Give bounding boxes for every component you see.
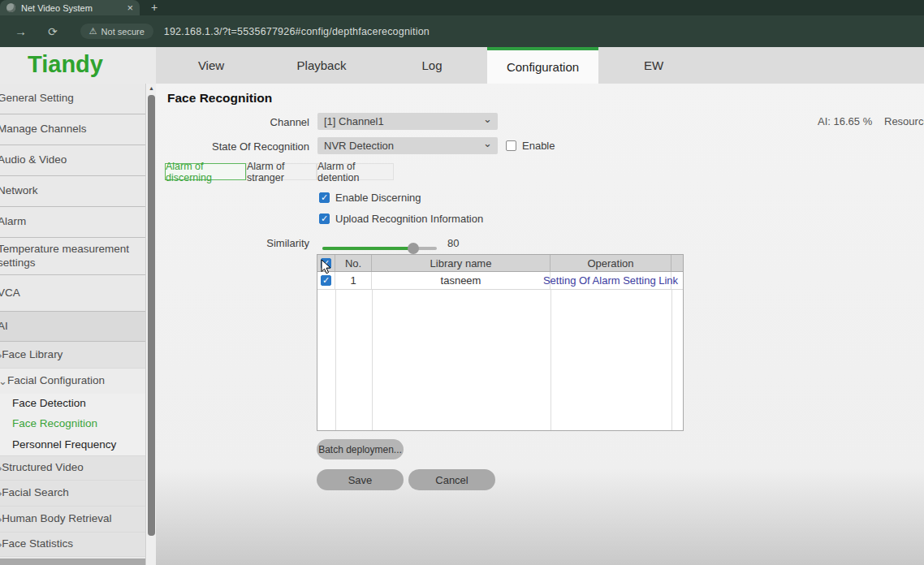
browser-tab-title: Net Video System [21, 3, 122, 13]
chevron-down-icon: ⌄ [0, 375, 7, 387]
sidebar-item-face-detection[interactable]: Face Detection [0, 394, 145, 414]
ai-usage-indicator: AI: 16.65 % [818, 115, 872, 127]
col-header-library-name[interactable]: Library name [372, 255, 551, 271]
browser-toolbar: → ⟳ ⚠ Not secure 192.168.1.3/?t=55356779… [0, 15, 924, 47]
tiandy-logo: Tiandy [28, 51, 103, 78]
channel-select[interactable]: [1] Channel1 ⌄ [317, 113, 498, 130]
slider-fill [322, 247, 413, 250]
col-header-no[interactable]: No. [335, 255, 372, 271]
sidebar-item-face-library[interactable]: ›Face Library [0, 342, 145, 369]
sidebar-item-facial-search[interactable]: ›Facial Search [0, 481, 145, 507]
warning-icon: ⚠ [89, 26, 97, 37]
security-badge[interactable]: ⚠ Not secure [80, 24, 153, 39]
similarity-slider[interactable] [322, 243, 437, 254]
tab-alarm-of-discerning[interactable]: Alarm of discerning [165, 163, 246, 180]
similarity-label: Similarity [165, 237, 309, 249]
sidebar-item-structured-video[interactable]: ›Structured Video [0, 456, 145, 481]
new-tab-button[interactable]: + [151, 1, 158, 14]
tab-close-icon[interactable]: × [127, 2, 133, 14]
page-title: Face Recognition [167, 91, 272, 106]
cancel-button[interactable]: Cancel [408, 469, 495, 490]
upload-recognition-row: ✓ Upload Recognition Information [319, 213, 483, 225]
tab-log[interactable]: Log [377, 47, 487, 84]
select-arrow-icon: ⌄ [483, 113, 492, 125]
upload-recognition-checkbox[interactable]: ✓ [319, 213, 330, 224]
state-of-recognition-select[interactable]: NVR Detection ⌄ [317, 137, 498, 154]
library-table: ✓ No. Library name Operation ✓ 1 tasneem… [317, 254, 684, 431]
sidebar-item-temperature[interactable]: Temperature measurement settings [0, 238, 145, 275]
alarm-setting-link[interactable]: Setting Of Alarm Setting Link [543, 274, 678, 287]
col-header-operation[interactable]: Operation [551, 255, 671, 271]
scroll-up-icon[interactable]: ▲ [147, 85, 156, 91]
select-all-checkbox[interactable]: ✓ [321, 258, 331, 269]
sidebar-partial-item [0, 559, 146, 565]
tab-alarm-of-detention[interactable]: Alarm of detention [317, 163, 394, 180]
enable-label: Enable [522, 140, 555, 152]
sidebar-item-facial-configuration[interactable]: ⌄Facial Configuration [0, 369, 145, 394]
sidebar-item-vca[interactable]: VCA [0, 275, 145, 312]
address-bar[interactable]: 192.168.1.3/?t=5535677926#config/depthfa… [164, 26, 430, 37]
save-button[interactable]: Save [317, 469, 404, 490]
slider-thumb[interactable] [408, 243, 419, 254]
channel-label: Channel [165, 116, 309, 128]
sidebar-item-general-setting[interactable]: General Setting [0, 84, 145, 114]
table-header-row: ✓ No. Library name Operation [317, 255, 683, 272]
app-header: Tiandy View Playback Log Configuration E… [0, 47, 924, 84]
logo-zone: Tiandy [0, 47, 156, 84]
tab-configuration[interactable]: Configuration [487, 47, 598, 84]
sidebar-item-manage-channels[interactable]: Manage Channels [0, 114, 145, 145]
table-empty-body [317, 290, 683, 430]
sidebar-item-face-recognition[interactable]: Face Recognition [0, 414, 145, 434]
tab-playback[interactable]: Playback [266, 47, 377, 84]
cell-no: 1 [335, 272, 372, 289]
enable-checkbox[interactable] [506, 140, 516, 151]
tab-view[interactable]: View [156, 47, 266, 84]
batch-deployment-button[interactable]: Batch deploymen... [317, 439, 404, 459]
table-row[interactable]: ✓ 1 tasneem Setting Of Alarm Setting Lin… [317, 272, 683, 290]
cell-library-name: tasneem [372, 272, 551, 289]
enable-discerning-row: ✓ Enable Discerning [319, 192, 421, 204]
favicon-icon [6, 3, 15, 12]
browser-tabstrip: Net Video System × + [0, 0, 924, 15]
screen: Net Video System × + → ⟳ ⚠ Not secure 19… [0, 0, 924, 565]
tab-ew[interactable]: EW [598, 47, 709, 84]
sidebar-item-ai[interactable]: AI [0, 312, 145, 342]
sidebar-item-personnel-frequency[interactable]: Personnel Frequency [0, 434, 145, 456]
scrollbar-thumb[interactable] [148, 95, 155, 536]
resource-label[interactable]: Resource [884, 115, 924, 127]
sidebar-item-alarm[interactable]: Alarm [0, 207, 145, 238]
forward-icon[interactable]: → [15, 24, 27, 38]
sidebar-item-human-body-retrieval[interactable]: ›Human Body Retrieval [0, 507, 145, 533]
sidebar-item-audio-video[interactable]: Audio & Video [0, 145, 145, 176]
sidebar: General Setting Manage Channels Audio & … [0, 84, 146, 565]
reload-icon[interactable]: ⟳ [48, 25, 58, 38]
main-panel: Face Recognition AI: 16.65 % Resource Ch… [156, 84, 924, 565]
browser-tab[interactable]: Net Video System × [0, 0, 140, 15]
state-of-recognition-label: State Of Recognition [165, 140, 309, 153]
similarity-value: 80 [447, 237, 459, 249]
enable-discerning-label: Enable Discerning [335, 192, 421, 204]
enable-checkbox-row: Enable [506, 140, 555, 152]
content-scrollbar[interactable]: ▲ [147, 84, 156, 565]
tab-alarm-of-stranger[interactable]: Alarm of stranger [246, 163, 317, 180]
col-header-spacer [671, 255, 683, 271]
select-arrow-icon: ⌄ [483, 137, 492, 149]
row-checkbox[interactable]: ✓ [321, 275, 331, 286]
upload-recognition-label: Upload Recognition Information [335, 213, 483, 225]
security-label: Not secure [101, 27, 145, 37]
sidebar-item-face-statistics[interactable]: ›Face Statistics [0, 533, 145, 557]
enable-discerning-checkbox[interactable]: ✓ [319, 192, 330, 203]
sidebar-item-network[interactable]: Network [0, 176, 145, 207]
